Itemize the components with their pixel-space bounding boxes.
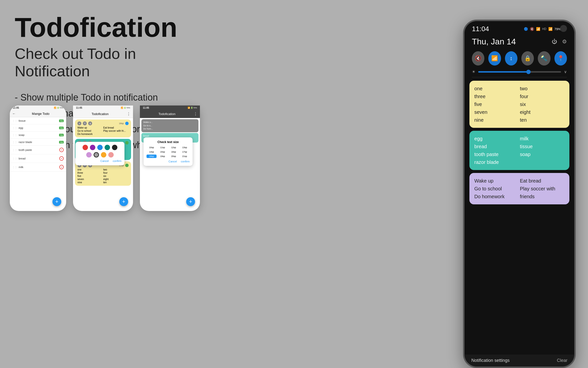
color-option-lavender[interactable] [86,152,92,158]
notif-item: Go to school [474,185,519,193]
confirm-button[interactable]: confirm [113,159,122,162]
size-option[interactable]: 14sp [147,150,157,154]
color-option-blue[interactable] [97,145,103,150]
add-button[interactable]: + [52,197,61,206]
big-phone: 11:04 🔵 🔇 📶 HD 📶 79% 🔋 Thu, Jan 14 ⏻ ⚙ [463,20,576,368]
color-picker-buttons: Cancel confirm [78,159,122,162]
phone3-status-bar: 11:05 📶 🔋79% [140,105,200,110]
clear-button[interactable]: Clear [557,358,567,363]
confirm-button[interactable]: confirm [181,160,190,163]
back-icon[interactable]: ← [12,112,16,116]
color-option-teal[interactable] [105,145,110,150]
color-option-purple[interactable] [90,145,95,150]
notif-item: two [103,168,129,171]
size-option[interactable]: 19sp [158,155,168,158]
menu-dots-icon[interactable]: ⋮ [127,112,131,116]
size-option[interactable]: 15sp [158,150,168,154]
cancel-button[interactable]: Cancel [100,159,109,162]
qs-tile-wifi[interactable]: 📶 [488,51,501,66]
notif-card-bg1: Wake u...Go to s...Do hom... [141,119,198,132]
qs-controls: ⏻ ⚙ [552,39,567,45]
phone2: 11:05 📶 🔋79% Todofication ⋮ ⏸ ⚙ 🗑 18sp W… [73,105,133,211]
qs-tile-lock[interactable]: 🔒 [521,51,534,66]
color-option-pink[interactable] [108,152,114,158]
notif-item: tooth paste [474,150,519,158]
pause-btn[interactable]: ⏸ [77,121,81,125]
list-item[interactable]: ⋮⋮ bread × [10,154,66,163]
notif-color-dot [125,141,129,145]
big-bottom-bar: Notification settings Clear [465,355,574,367]
notif-item: seven [77,178,103,181]
notif-item: three [474,92,519,100]
list-item[interactable]: ⋮⋮ soap ing [10,131,66,139]
settings-btn[interactable]: ⚙ [83,121,87,125]
size-option[interactable]: 13sp [180,146,190,149]
chevron-down-icon[interactable]: ∨ [564,69,567,74]
brightness-low-icon: ☀ [472,69,475,74]
qs-tile-location[interactable]: 📍 [554,51,567,66]
notif-item: milk [520,135,564,143]
big-notif-teal-content: egg bread tooth paste razor blade milk t… [474,135,564,166]
big-notif-card-teal: egg bread tooth paste razor blade milk t… [469,131,569,170]
add-button[interactable]: + [186,197,195,206]
notif-controls: ⏸ ⚙ 🗑 18sp [77,121,129,125]
size-option[interactable]: 11sp [158,146,168,149]
color-option-black[interactable] [112,145,117,150]
delete-btn[interactable]: 🗑 [88,121,92,125]
add-button[interactable]: + [119,197,128,206]
item-badge-red: × [59,148,64,152]
notif-item: bread [474,143,519,150]
phone2-status-icons: 📶 🔋79% [121,107,130,109]
notif-item: ten [520,116,564,124]
notif-item: eight [520,108,564,116]
list-item[interactable]: ⋮⋮ tissue ing [10,117,66,124]
notif-item: two [520,85,564,92]
camera-cutout [560,25,567,32]
notif-item: Eat bread [103,126,129,129]
phone2-header-title: Todofication [75,112,125,116]
notif-color-dot [125,164,129,167]
color-option-grey[interactable] [94,152,99,158]
notification-settings-button[interactable]: Notification settings [471,358,510,363]
drag-icon: ⋮⋮ [12,127,17,129]
phone1-time: 11:05 [13,106,19,109]
notif-item: razor blade [474,158,519,166]
list-item[interactable]: ⋮⋮ egg ing [10,124,66,131]
cancel-button[interactable]: Cancel [169,160,177,163]
qs-tile-data[interactable]: ↕ [505,51,517,66]
list-item[interactable]: ⋮⋮ razor blade ing [10,139,66,146]
phone3-header-title: Todofication [142,112,192,116]
phone1-status-bar: 11:05 📶 🔋79% [10,105,66,110]
list-item[interactable]: ⋮⋮ milk × [10,163,66,171]
mute-icon: 🔇 [530,27,534,31]
notif-card-1: ⏸ ⚙ 🗑 18sp Wake up Eat bread Go to schoo… [75,119,131,137]
list-item[interactable]: ⋮⋮ tooth paste × [10,146,66,154]
qs-tile-mute[interactable]: 🔇 [472,51,484,66]
size-option-selected[interactable]: 18sp [147,155,157,158]
notif-item: three [77,171,103,174]
settings-icon[interactable]: ⚙ [562,39,567,45]
notif-item: eight [103,178,129,181]
notif-item: nine [474,116,519,124]
qs-tile-flashlight[interactable]: 🔦 [538,51,550,66]
menu-dots-icon[interactable]: ⋮ [194,112,197,116]
phone1: 11:05 📶 🔋79% ← Mange Todo ⋮⋮ tissue ing … [10,105,66,211]
size-option[interactable]: 10sp [147,146,157,149]
color-option-red[interactable] [83,145,88,150]
phone2-time: 11:05 [76,106,82,109]
size-option[interactable]: 21sp [180,155,190,158]
notif-item: one [77,168,103,171]
big-notif-area: one three five seven nine two four six e… [465,77,574,355]
phone3: 11:05 📶 🔋79% Todofication ⋮ Wake u...Go … [140,105,200,211]
brightness-track[interactable] [478,71,561,73]
size-option[interactable]: 12sp [169,146,179,149]
size-option[interactable]: 16sp [169,150,179,154]
size-option[interactable]: 17sp [180,150,190,154]
color-option-amber[interactable] [101,152,106,158]
power-icon[interactable]: ⏻ [552,39,557,45]
big-notif-card-lavender: Wake up Go to school Do homework Eat bre… [469,173,569,204]
size-option[interactable]: 20sp [169,155,179,158]
color-row-2 [78,152,122,158]
text-size-dialog: Check text size 10sp 11sp 12sp 13sp 14sp… [144,137,193,166]
notif-item: Play soccer with fri... [103,130,129,132]
